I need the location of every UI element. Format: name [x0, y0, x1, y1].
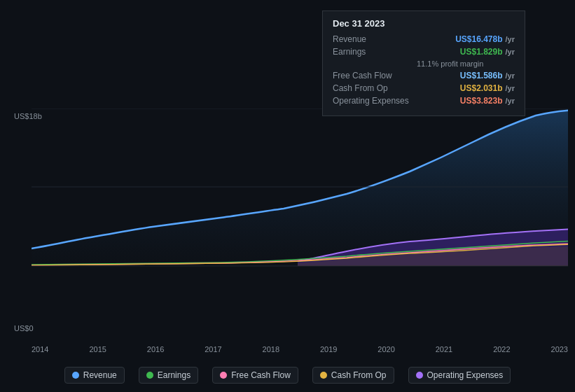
tooltip-revenue-value: US$16.478b/yr	[455, 34, 515, 44]
x-label-2014: 2014	[32, 345, 48, 354]
y-axis-bottom-label: US$0	[14, 324, 34, 332]
chart-svg	[32, 108, 568, 336]
x-label-2015: 2015	[89, 345, 106, 354]
tooltip: Dec 31 2023 Revenue US$16.478b/yr Earnin…	[322, 10, 525, 116]
tooltip-opex-row: Operating Expenses US$3.823b/yr	[333, 96, 515, 106]
x-label-2022: 2022	[493, 345, 510, 354]
legend-dot-fcf	[220, 372, 227, 379]
tooltip-fcf-row: Free Cash Flow US$1.586b/yr	[333, 71, 515, 80]
tooltip-earnings-label: Earnings	[333, 47, 417, 57]
x-axis: 2014 2015 2016 2017 2018 2019 2020 2021 …	[32, 345, 568, 354]
legend-label-cashop: Cash From Op	[331, 370, 387, 380]
legend-label-opex: Operating Expenses	[427, 370, 504, 380]
tooltip-opex-label: Operating Expenses	[333, 96, 417, 106]
x-label-2019: 2019	[320, 345, 337, 354]
legend-dot-cashop	[320, 372, 327, 379]
legend-dot-earnings	[146, 372, 153, 379]
tooltip-fcf-value: US$1.586b/yr	[460, 71, 515, 80]
legend-fcf[interactable]: Free Cash Flow	[212, 367, 298, 384]
x-label-2023: 2023	[551, 345, 568, 354]
x-label-2018: 2018	[263, 345, 279, 354]
tooltip-margin: 11.1% profit margin	[333, 59, 515, 68]
legend-dot-opex	[416, 372, 423, 379]
tooltip-opex-value: US$3.823b/yr	[460, 96, 515, 106]
tooltip-earnings-value: US$1.829b/yr	[460, 47, 515, 57]
x-label-2021: 2021	[436, 345, 452, 354]
legend-label-earnings: Earnings	[158, 370, 190, 380]
tooltip-revenue-label: Revenue	[333, 34, 417, 44]
tooltip-fcf-label: Free Cash Flow	[333, 71, 417, 80]
legend-cashop[interactable]: Cash From Op	[312, 367, 394, 384]
legend-earnings[interactable]: Earnings	[139, 367, 198, 384]
chart-container: Dec 31 2023 Revenue US$16.478b/yr Earnin…	[0, 0, 575, 392]
tooltip-date: Dec 31 2023	[333, 18, 515, 29]
legend-label-fcf: Free Cash Flow	[231, 370, 291, 380]
legend-label-revenue: Revenue	[83, 370, 117, 380]
legend-dot-revenue	[72, 372, 79, 379]
tooltip-revenue-row: Revenue US$16.478b/yr	[333, 34, 515, 44]
legend-revenue[interactable]: Revenue	[64, 367, 125, 384]
tooltip-earnings-row: Earnings US$1.829b/yr	[333, 47, 515, 57]
legend: Revenue Earnings Free Cash Flow Cash Fro…	[0, 367, 575, 384]
tooltip-cashop-value: US$2.031b/yr	[460, 83, 515, 93]
legend-opex[interactable]: Operating Expenses	[408, 367, 511, 384]
tooltip-cashop-label: Cash From Op	[333, 83, 417, 93]
tooltip-cashop-row: Cash From Op US$2.031b/yr	[333, 83, 515, 93]
x-label-2017: 2017	[205, 345, 221, 354]
x-label-2016: 2016	[147, 345, 164, 354]
x-label-2020: 2020	[377, 345, 394, 354]
